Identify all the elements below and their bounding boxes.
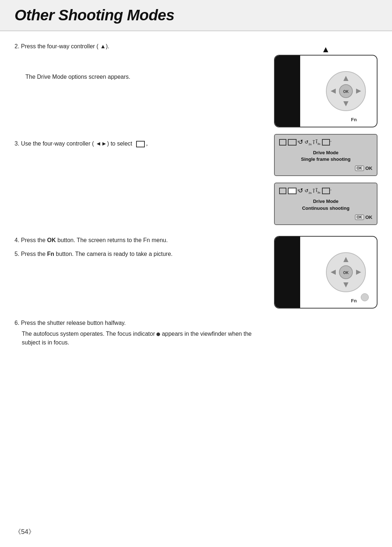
icon-self-timer: ↺ — [298, 138, 303, 146]
svg-text:OK: OK — [343, 271, 349, 275]
shutter-button-hint — [361, 293, 369, 301]
icon-single-frame-2 — [279, 188, 286, 194]
drive-screen-1: ₗ ↺ ↺2s ĩ ĩ3s → Drive Mode Single fram… — [274, 134, 377, 176]
camera-diagram-2: OK Fn — [274, 236, 377, 309]
page-title: Other Shooting Modes — [15, 7, 377, 24]
fn-label-2: Fn — [351, 298, 357, 303]
controller-arrows-1: OK — [328, 73, 364, 109]
page-header: Other Shooting Modes — [0, 0, 392, 31]
svg-marker-6 — [343, 257, 348, 262]
ok-row-2: OK OK — [279, 215, 372, 220]
icon-continuous-selected: ₗ — [288, 188, 297, 194]
icon-bracket-2: → — [322, 188, 330, 194]
step6-line2-3: The autofocus system operates. The focus… — [15, 330, 377, 347]
svg-marker-2 — [331, 89, 336, 94]
step2-right: ▲ — [274, 42, 377, 225]
step6-section: 6. Press the shutter release button half… — [15, 319, 377, 347]
camera-diagram-1: OK Fn — [274, 55, 377, 127]
controller-circle-2: OK — [326, 252, 366, 292]
continuous-icon-inline: ₗ — [136, 141, 145, 147]
svg-marker-1 — [343, 101, 348, 106]
up-arrow-indicator: ▲ — [322, 44, 330, 54]
svg-marker-3 — [356, 89, 361, 94]
drive-icons-row-1: ₗ ↺ ↺2s ĩ ĩ3s → — [279, 138, 372, 146]
camera-black-bar-2 — [275, 237, 300, 308]
steps-45-text: 4. Press the OK button. The screen retur… — [15, 236, 274, 258]
icon-self-timer-2s: ↺2s — [305, 139, 311, 146]
drive-screen-2: ₗ ↺ ↺2s ĩ ĩ3s → Drive Mode Continuous … — [274, 183, 377, 225]
camera-black-bar-1 — [275, 56, 300, 127]
step2-left: 2. Press the four-way controller ( ▲). T… — [15, 42, 274, 148]
step5-text: 5. Press the Fn button. The camera is re… — [15, 250, 274, 258]
step3-text: 3. Use the four-way controller ( ◄►) to … — [15, 139, 274, 148]
camera-diagram-2-wrapper: OK Fn — [274, 236, 377, 309]
controller-arrows-2: OK — [328, 254, 364, 290]
step6-line1: 6. Press the shutter release button half… — [15, 319, 377, 327]
page-number: 《54》 — [15, 527, 35, 536]
ok-text-1: OK — [366, 166, 373, 171]
step2-section: 2. Press the four-way controller ( ▲). T… — [15, 42, 377, 225]
drive-mode-appears-text: The Drive Mode options screen appears. — [15, 73, 274, 81]
focus-dot — [156, 332, 160, 336]
icon-single-frame — [279, 139, 286, 146]
icon-remote: ĩ — [313, 139, 314, 145]
icon-continuous: ₗ — [288, 139, 297, 146]
drive-icons-row-2: ₗ ↺ ↺2s ĩ ĩ3s → — [279, 187, 372, 195]
icon-self-timer-2s-2: ↺2s — [305, 188, 311, 195]
svg-marker-9 — [356, 270, 361, 275]
svg-marker-7 — [343, 282, 348, 287]
ok-text-2: OK — [366, 215, 373, 220]
icon-remote-3s: ĩ3s — [316, 139, 320, 146]
controller-circle-1: OK — [326, 71, 366, 111]
step2-text: 2. Press the four-way controller ( ▲). — [15, 42, 274, 51]
drive-mode-label-1: Drive Mode Single frame shooting — [279, 150, 372, 163]
steps-4-5-section: 4. Press the OK button. The screen retur… — [15, 236, 377, 309]
svg-marker-0 — [343, 76, 348, 81]
camera-diagram-1-wrapper: ▲ — [274, 42, 377, 127]
drive-mode-label-2: Drive Mode Continuous shooting — [279, 198, 372, 211]
svg-text:OK: OK — [343, 90, 349, 94]
step4-text: 4. Press the OK button. The screen retur… — [15, 236, 274, 245]
ok-badge-1: OK — [355, 166, 364, 171]
ok-badge-2: OK — [355, 215, 364, 220]
content-area: 2. Press the four-way controller ( ▲). T… — [0, 31, 392, 358]
icon-remote-2: ĩ — [313, 188, 314, 194]
icon-bracket: → — [322, 139, 330, 146]
ok-row-1: OK OK — [279, 166, 372, 171]
fn-label-1: Fn — [351, 117, 357, 122]
svg-marker-8 — [331, 270, 336, 275]
icon-remote-3s-2: ĩ3s — [316, 187, 320, 194]
icon-self-timer-2: ↺ — [298, 187, 303, 195]
